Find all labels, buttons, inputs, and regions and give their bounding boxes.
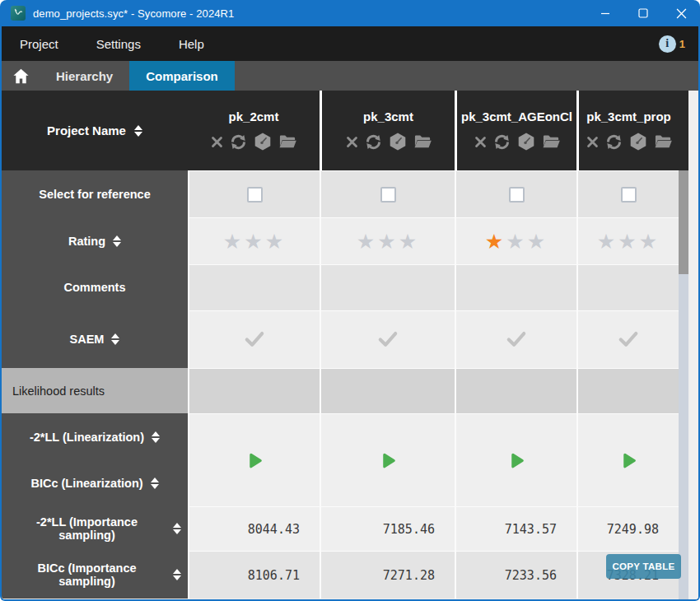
section-cell	[455, 368, 576, 413]
row-label-text: SAEM	[70, 333, 105, 346]
sort-icon[interactable]	[152, 431, 160, 443]
rating-cell: ★★★	[320, 217, 455, 264]
reference-checkbox[interactable]	[621, 187, 637, 203]
star-icon: ★	[223, 230, 244, 253]
comment-cell[interactable]	[188, 264, 320, 310]
column-header-project-name[interactable]: Project Name	[2, 91, 188, 170]
sort-icon[interactable]	[173, 523, 181, 534]
remove-icon[interactable]	[474, 135, 488, 149]
row-label-text: BICc (Linearization)	[30, 477, 142, 490]
linearization-run-cell	[320, 413, 455, 506]
sort-icon[interactable]	[151, 478, 159, 489]
window-title: demo_projects.syc* - Sycomore - 2024R1	[33, 7, 234, 20]
titlebar[interactable]: demo_projects.syc* - Sycomore - 2024R1	[0, 0, 700, 26]
reference-cell	[320, 170, 455, 217]
maximize-button[interactable]	[624, 0, 662, 26]
reload-icon[interactable]	[365, 133, 382, 151]
monolix-shield-icon[interactable]	[253, 132, 273, 151]
linearization-run-cell	[188, 413, 320, 506]
star-icon: ★	[357, 230, 377, 253]
row-label-ll-linearization[interactable]: -2*LL (Linearization)	[2, 413, 188, 460]
run-icon[interactable]	[618, 450, 639, 471]
sort-icon[interactable]	[113, 235, 121, 247]
comment-cell[interactable]	[320, 264, 455, 310]
value-cell: 8106.71	[188, 551, 320, 599]
reference-checkbox[interactable]	[509, 187, 525, 203]
row-label-text: Rating	[68, 235, 105, 248]
linearization-run-cell	[455, 413, 576, 506]
minimize-button[interactable]	[586, 0, 624, 26]
notifications[interactable]: i 1	[659, 35, 685, 53]
row-label-text: BICc (Importance sampling)	[8, 561, 166, 588]
run-icon[interactable]	[378, 450, 399, 471]
sort-icon[interactable]	[173, 569, 181, 580]
vertical-scrollbar[interactable]	[679, 170, 688, 599]
reload-icon[interactable]	[493, 133, 511, 151]
row-label-rating[interactable]: Rating	[2, 217, 188, 264]
check-icon	[505, 330, 528, 349]
row-label-bicc-linearization[interactable]: BICc (Linearization)	[2, 460, 188, 506]
sort-icon[interactable]	[134, 125, 142, 137]
section-cell	[576, 368, 679, 413]
run-icon[interactable]	[506, 450, 527, 471]
star-icon: ★	[527, 230, 548, 253]
section-cell	[320, 368, 455, 413]
close-button[interactable]	[662, 0, 700, 26]
row-label-text: -2*LL (Importance sampling)	[8, 515, 166, 542]
value-cell: 7271.28	[320, 551, 455, 599]
rating-cell: ★★★	[576, 217, 679, 264]
star-icon: ★	[485, 230, 506, 253]
row-label-comments: Comments	[2, 264, 188, 310]
right-gutter	[688, 91, 698, 599]
menu-settings[interactable]: Settings	[77, 37, 159, 51]
monolix-shield-icon[interactable]	[628, 132, 648, 151]
star-icon: ★	[597, 230, 618, 253]
open-folder-icon[interactable]	[278, 133, 297, 150]
star-rating[interactable]: ★★★	[223, 231, 286, 252]
reference-checkbox[interactable]	[380, 187, 396, 203]
reference-checkbox[interactable]	[247, 187, 263, 203]
open-folder-icon[interactable]	[542, 133, 561, 150]
row-label-bicc-importance-sampling[interactable]: BICc (Importance sampling)	[2, 551, 188, 599]
monolix-shield-icon[interactable]	[388, 132, 408, 151]
star-rating[interactable]: ★★★	[357, 231, 419, 252]
column-header-pk_3cmt_AGEonCl: pk_3cmt_AGEonCl	[455, 91, 576, 170]
open-folder-icon[interactable]	[654, 133, 673, 150]
star-rating[interactable]: ★★★	[485, 231, 548, 252]
star-rating[interactable]: ★★★	[597, 231, 660, 252]
saem-cell	[455, 310, 576, 368]
row-label-select-for-reference: Select for reference	[2, 170, 188, 217]
open-folder-icon[interactable]	[413, 133, 432, 150]
value-cell: 8044.43	[188, 506, 320, 551]
project-actions	[345, 132, 432, 151]
remove-icon[interactable]	[210, 135, 224, 149]
copy-table-button[interactable]: COPY TABLE	[606, 554, 681, 579]
menu-project[interactable]: Project	[2, 37, 77, 51]
sort-icon[interactable]	[111, 333, 119, 345]
check-icon	[617, 330, 640, 349]
window-controls	[586, 0, 700, 26]
star-icon: ★	[265, 230, 286, 253]
reload-icon[interactable]	[605, 133, 623, 151]
row-label-ll-importance-sampling[interactable]: -2*LL (Importance sampling)	[2, 506, 188, 551]
row-label-saem[interactable]: SAEM	[2, 310, 188, 368]
scrollbar-thumb[interactable]	[679, 170, 688, 274]
table-grid: Project Name pk_2cmt pk_3cmt	[2, 91, 679, 599]
comment-cell[interactable]	[576, 264, 679, 310]
info-icon[interactable]: i	[659, 35, 676, 53]
remove-icon[interactable]	[586, 135, 600, 149]
value-cell: 7143.57	[455, 506, 576, 551]
remove-icon[interactable]	[345, 135, 359, 149]
star-icon: ★	[506, 230, 526, 253]
run-icon[interactable]	[245, 450, 265, 471]
tab-hierarchy[interactable]: Hierarchy	[40, 61, 129, 91]
comment-cell[interactable]	[455, 264, 576, 310]
home-button[interactable]	[2, 61, 40, 91]
menu-help[interactable]: Help	[159, 37, 222, 51]
monolix-shield-icon[interactable]	[516, 132, 536, 151]
tab-comparison[interactable]: Comparison	[129, 61, 235, 91]
project-actions	[210, 132, 297, 151]
project-column-title: pk_3cmt_AGEonCl	[461, 109, 572, 123]
section-header-likelihood-results: Likelihood results	[2, 368, 188, 413]
reload-icon[interactable]	[230, 133, 247, 151]
